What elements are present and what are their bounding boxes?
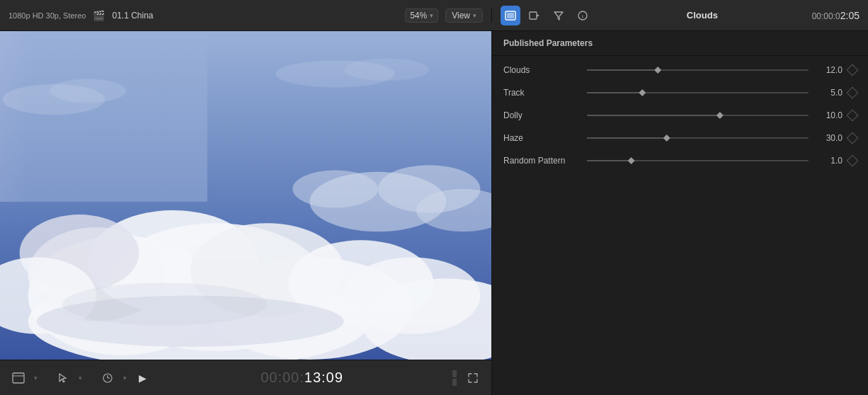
top-bar: 1080p HD 30p, Stereo 🎬 01.1 China 54% ▾ … (0, 0, 868, 31)
svg-point-30 (344, 59, 430, 81)
param-name-2: Dolly (503, 110, 581, 120)
video-preview (0, 31, 491, 360)
param-keyframe-3[interactable] (847, 132, 859, 144)
timecode-display-top: 00:00:02:05 (812, 10, 860, 21)
view-chevron: ▾ (473, 12, 476, 19)
param-row: Random Pattern 1.0 (492, 149, 868, 172)
tab-filter[interactable] (549, 6, 569, 25)
svg-marker-3 (537, 14, 539, 17)
param-value-3: 30.0 (814, 133, 843, 143)
panel-tab-icons: i (501, 6, 593, 25)
param-keyframe-1[interactable] (847, 87, 859, 99)
param-slider-0[interactable] (587, 66, 809, 74)
param-value-0: 12.0 (814, 65, 843, 75)
pointer-button[interactable] (53, 368, 73, 388)
param-name-0: Clouds (503, 65, 581, 75)
param-value-1: 5.0 (814, 88, 843, 98)
param-slider-2[interactable] (587, 111, 809, 120)
param-row: Dolly 10.0 (492, 104, 868, 127)
zoom-value: 54% (410, 11, 427, 21)
svg-point-28 (50, 79, 126, 103)
tab-viewer[interactable] (501, 6, 520, 25)
param-name-1: Track (503, 88, 581, 98)
clip-name: 01.1 China (112, 11, 153, 21)
speed-chevron: ▾ (123, 374, 127, 382)
fullscreen-button[interactable] (463, 368, 483, 388)
param-slider-3[interactable] (587, 134, 809, 142)
zoom-control[interactable]: 54% ▾ (405, 8, 438, 23)
param-row: Track 5.0 (492, 81, 868, 104)
svg-rect-31 (13, 373, 24, 383)
param-row: Clouds 12.0 (492, 59, 868, 81)
right-panel: Published Parameters Clouds 12.0 Track 5… (492, 31, 868, 395)
svg-rect-2 (530, 12, 537, 19)
param-name-4: Random Pattern (503, 156, 581, 166)
svg-point-25 (292, 170, 378, 207)
top-bar-left: 1080p HD 30p, Stereo 🎬 01.1 China 54% ▾ … (0, 8, 492, 23)
speed-button[interactable] (98, 368, 118, 388)
svg-point-22 (62, 283, 267, 326)
main-content: ▾ ▾ ▾ ▶ 00:00:13:09 (0, 31, 868, 395)
timecode-transport: 00:00:13:09 (161, 370, 443, 386)
param-value-4: 1.0 (814, 156, 843, 166)
svg-rect-1 (507, 13, 514, 18)
progress-indicator (452, 370, 457, 386)
layout-button[interactable] (8, 368, 28, 388)
pointer-chevron: ▾ (79, 374, 82, 382)
param-name-3: Haze (503, 133, 581, 143)
video-panel: ▾ ▾ ▾ ▶ 00:00:13:09 (0, 31, 492, 395)
tab-info[interactable]: i (573, 6, 593, 25)
top-bar-right: i Clouds 00:00:02:05 (492, 6, 868, 25)
panel-title: Clouds (687, 10, 718, 21)
param-keyframe-2[interactable] (847, 110, 859, 122)
zoom-chevron: ▾ (430, 12, 433, 19)
svg-marker-4 (554, 12, 563, 20)
param-keyframe-0[interactable] (847, 64, 859, 76)
param-slider-4[interactable] (587, 156, 809, 165)
layout-chevron: ▾ (34, 374, 38, 382)
svg-rect-8 (0, 31, 207, 202)
tab-video[interactable] (525, 6, 544, 25)
params-header: Published Parameters (492, 31, 868, 56)
param-slider-1[interactable] (587, 88, 809, 97)
params-list: Clouds 12.0 Track 5.0 Dolly (492, 56, 868, 395)
param-keyframe-4[interactable] (847, 155, 859, 167)
resolution-label: 1080p HD 30p, Stereo (8, 11, 86, 20)
view-label: View (452, 11, 470, 21)
video-area (0, 31, 491, 360)
play-button[interactable]: ▶ (132, 368, 152, 388)
svg-text:i: i (582, 13, 583, 20)
view-control[interactable]: View ▾ (445, 8, 483, 23)
clouds-svg (0, 31, 491, 360)
param-value-2: 10.0 (814, 110, 843, 120)
film-icon: 🎬 (93, 10, 105, 21)
transport-bar: ▾ ▾ ▾ ▶ 00:00:13:09 (0, 360, 491, 395)
param-row: Haze 30.0 (492, 127, 868, 149)
